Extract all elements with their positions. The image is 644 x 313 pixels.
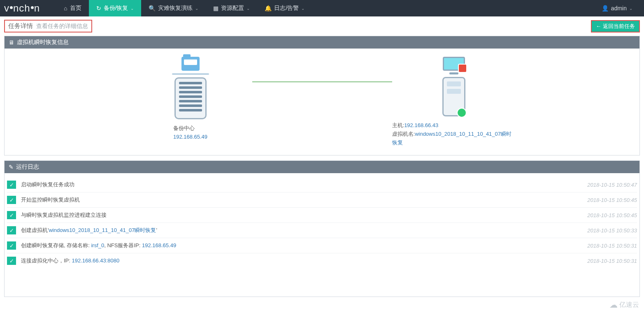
- log-timestamp: 2018-10-15 10:50:33: [587, 227, 637, 234]
- caret-icon: ⌄: [195, 6, 198, 11]
- check-icon: ✓: [7, 211, 16, 219]
- diagram-backup-center: 备份中心 192.168.65.49: [129, 57, 252, 141]
- backup-center-label: 备份中心: [173, 124, 207, 133]
- host-label: 主机:: [392, 122, 405, 128]
- log-timestamp: 2018-10-15 10:50:31: [587, 258, 637, 264]
- log-message: 创建瞬时恢复存储, 存储名称: irsf_0, NFS服务器IP: 192.16…: [21, 242, 587, 249]
- edit-icon: ✎: [9, 164, 14, 170]
- log-link[interactable]: irsf_0: [91, 242, 104, 248]
- user-label: admin: [611, 5, 627, 12]
- log-message: 启动瞬时恢复任务成功: [21, 181, 587, 188]
- check-icon: ✓: [7, 226, 16, 234]
- log-message: 与瞬时恢复虚拟机监控进程建立连接: [21, 211, 587, 219]
- search-icon: 🔍: [149, 5, 156, 12]
- diagram-host: 主机:192.168.66.43 虚拟机名:windows10_2018_10_…: [392, 57, 516, 147]
- bell-icon: 🔔: [265, 5, 272, 12]
- recovery-diagram: 备份中心 192.168.65.49 主机:192.168.66.43 虚拟机名…: [13, 57, 631, 147]
- watermark-text: 亿速云: [619, 301, 639, 302]
- panel-head: ✎ 运行日志: [5, 161, 639, 173]
- titlebar: 任务详情 查看任务的详细信息 ← 返回当前任务: [0, 16, 644, 36]
- backup-center-ip[interactable]: 192.168.65.49: [173, 134, 207, 140]
- watermark: ☁ 亿速云: [609, 300, 639, 302]
- nav-label: 备份/恢复: [104, 5, 128, 12]
- log-link[interactable]: 192.168.66.43:8080: [72, 257, 120, 264]
- log-timestamp: 2018-10-15 10:50:45: [587, 212, 637, 218]
- nav-grid[interactable]: ▦资源配置⌄: [206, 0, 257, 16]
- log-link[interactable]: 192.168.65.49: [142, 242, 176, 248]
- log-timestamp: 2018-10-15 10:50:45: [587, 197, 637, 203]
- check-icon: ✓: [7, 241, 16, 250]
- log-row: ✓与瞬时恢复虚拟机监控进程建立连接2018-10-15 10:50:45: [7, 208, 637, 223]
- page-title: 任务详情: [8, 22, 33, 29]
- brand-logo: vnchn: [4, 2, 40, 14]
- log-row: ✓开始监控瞬时恢复虚拟机2018-10-15 10:50:45: [7, 192, 637, 208]
- panel-title: 运行日志: [16, 163, 39, 171]
- cloud-icon: ☁: [609, 300, 618, 302]
- log-link[interactable]: windows10_2018_10_11_10_41_07瞬时恢复: [49, 227, 156, 233]
- refresh-icon: ↻: [96, 5, 101, 12]
- nav-home[interactable]: ⌂首页: [56, 0, 88, 16]
- log-timestamp: 2018-10-15 10:50:31: [587, 243, 637, 249]
- return-button[interactable]: ← 返回当前任务: [591, 20, 640, 32]
- return-button-label: 返回当前任务: [603, 23, 635, 30]
- log-message: 开始监控瞬时恢复虚拟机: [21, 196, 587, 204]
- panel-head: 🖥 虚拟机瞬时恢复信息: [5, 36, 639, 49]
- log-row: ✓启动瞬时恢复任务成功2018-10-15 10:50:47: [7, 177, 637, 192]
- host-icon: [442, 57, 465, 116]
- caret-icon: ⌄: [301, 6, 305, 11]
- caret-icon: ⌄: [629, 6, 632, 11]
- page-title-box: 任务详情 查看任务的详细信息: [4, 20, 92, 32]
- check-icon: ✓: [7, 181, 16, 189]
- nav-label: 日志/告警: [274, 5, 299, 12]
- arrow-left-icon: ←: [596, 23, 601, 29]
- user-menu[interactable]: 👤 admin ⌄: [594, 0, 640, 16]
- nav-search[interactable]: 🔍灾难恢复演练⌄: [141, 0, 206, 16]
- log-row: ✓连接虚拟化中心，IP: 192.168.66.43:80802018-10-1…: [7, 253, 637, 268]
- page-subtitle: 查看任务的详细信息: [36, 23, 88, 29]
- check-icon: ✓: [7, 257, 16, 265]
- grid-icon: ▦: [213, 5, 219, 12]
- panel-vm-instant-recovery: 🖥 虚拟机瞬时恢复信息 备份中心 192.168.65.49: [4, 36, 640, 155]
- log-row: ✓创建瞬时恢复存储, 存储名称: irsf_0, NFS服务器IP: 192.1…: [7, 238, 637, 253]
- nav-label: 首页: [70, 5, 81, 12]
- nav-bell[interactable]: 🔔日志/告警⌄: [257, 0, 312, 16]
- check-icon: ✓: [7, 196, 16, 204]
- log-row: ✓创建虚拟机'windows10_2018_10_11_10_41_07瞬时恢复…: [7, 223, 637, 238]
- log-message: 连接虚拟化中心，IP: 192.168.66.43:8080: [21, 257, 587, 264]
- log-list: ✓启动瞬时恢复任务成功2018-10-15 10:50:47✓开始监控瞬时恢复虚…: [5, 173, 639, 297]
- caret-icon: ⌄: [246, 6, 250, 11]
- log-message: 创建虚拟机'windows10_2018_10_11_10_41_07瞬时恢复': [21, 227, 587, 234]
- user-icon: 👤: [602, 5, 609, 12]
- log-timestamp: 2018-10-15 10:50:47: [587, 182, 637, 188]
- monitor-icon: 🖥: [9, 39, 14, 46]
- nav-label: 资源配置: [221, 5, 244, 12]
- home-icon: ⌂: [64, 5, 67, 12]
- panel-title: 虚拟机瞬时恢复信息: [17, 39, 69, 46]
- nav-refresh[interactable]: ↻备份/恢复⌄: [89, 0, 142, 16]
- caret-icon: ⌄: [130, 6, 134, 11]
- host-ip[interactable]: 192.168.66.43: [404, 122, 438, 128]
- nav-label: 灾难恢复演练: [158, 5, 193, 12]
- storage-icon: [172, 57, 209, 119]
- panel-run-log: ✎ 运行日志 ✓启动瞬时恢复任务成功2018-10-15 10:50:47✓开始…: [4, 160, 640, 297]
- vm-name-label: 虚拟机名:: [392, 131, 415, 137]
- navbar: vnchn ⌂首页↻备份/恢复⌄🔍灾难恢复演练⌄▦资源配置⌄🔔日志/告警⌄ 👤 …: [0, 0, 644, 16]
